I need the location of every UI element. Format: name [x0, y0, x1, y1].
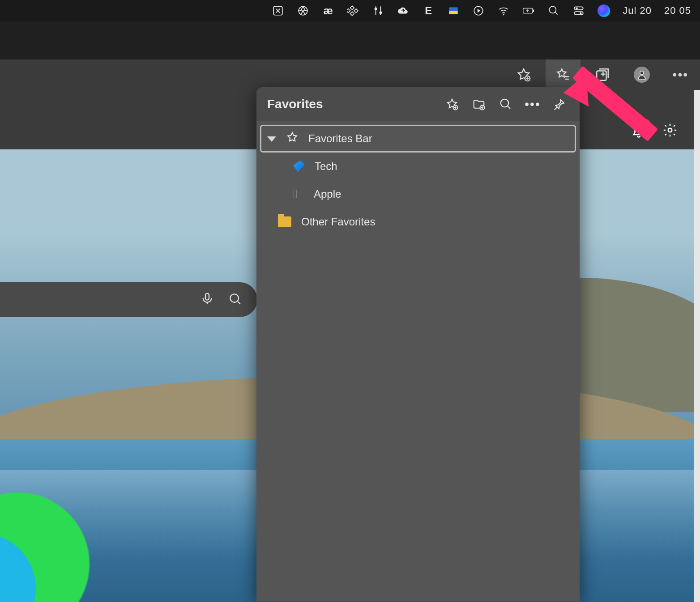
favorites-list: Favorites Bar Tech  Apple Other Favorit…	[256, 121, 580, 239]
favorites-row-label: Tech	[315, 160, 337, 173]
menubar-battery-icon[interactable]	[522, 4, 535, 17]
collections-button[interactable]	[585, 59, 620, 90]
star-list-icon	[555, 67, 571, 82]
menubar-cloud-icon[interactable]	[397, 4, 410, 17]
svg-point-7	[503, 14, 504, 15]
disclosure-triangle-icon	[267, 136, 276, 142]
menubar-date[interactable]: Jul 20	[623, 5, 652, 17]
folder-plus-icon	[472, 98, 486, 111]
gear-icon	[662, 123, 678, 138]
favorites-button[interactable]	[546, 59, 580, 90]
microphone-icon[interactable]	[200, 292, 214, 308]
favorites-search-button[interactable]	[496, 95, 515, 114]
toolbar-more-button[interactable]: •••	[664, 68, 697, 82]
site-icon-apple: 	[293, 188, 304, 200]
svg-rect-12	[574, 12, 583, 14]
favorites-more-button[interactable]: •••	[523, 95, 542, 114]
favorites-row-favorites-bar[interactable]: Favorites Bar	[260, 125, 576, 153]
profile-button[interactable]	[624, 59, 659, 90]
avatar-icon	[634, 67, 650, 83]
svg-point-2	[375, 8, 377, 10]
ntp-search-field[interactable]	[0, 282, 257, 317]
menubar-diamond-icon[interactable]	[347, 4, 359, 17]
svg-rect-11	[574, 7, 583, 9]
add-favorite-button[interactable]	[506, 59, 541, 90]
favorites-add-button[interactable]	[443, 95, 461, 114]
svg-point-14	[580, 12, 581, 14]
menubar-e-icon[interactable]: E	[422, 4, 435, 17]
menubar-siri-icon[interactable]	[598, 4, 610, 17]
menubar-ae-icon[interactable]: æ	[322, 4, 334, 17]
svg-point-23	[501, 99, 509, 107]
svg-point-20	[668, 128, 672, 132]
favorites-panel: Favorites ••• Favorites Bar Tech  Apple	[256, 87, 580, 602]
favorites-panel-title: Favorites	[267, 97, 435, 111]
favorites-row-apple[interactable]:  Apple	[260, 180, 576, 208]
menubar-sliders-icon[interactable]	[372, 4, 384, 17]
svg-rect-5	[449, 11, 458, 14]
menubar-sync-icon[interactable]	[272, 4, 284, 17]
menubar-ua-icon[interactable]	[447, 4, 460, 17]
svg-point-10	[549, 6, 556, 13]
page-right-edge	[694, 90, 700, 602]
notifications-badge: 4	[639, 119, 651, 131]
favorites-row-other[interactable]: Other Favorites	[260, 208, 576, 236]
favorites-row-label: Apple	[314, 188, 341, 200]
menubar-control-center-icon[interactable]	[572, 4, 585, 17]
svg-point-13	[576, 7, 578, 9]
svg-rect-4	[449, 7, 458, 11]
favorites-row-label: Other Favorites	[301, 216, 375, 228]
svg-point-3	[380, 12, 381, 13]
folder-icon	[278, 216, 291, 227]
svg-rect-16	[597, 71, 606, 81]
menubar-wifi-icon[interactable]	[497, 4, 510, 17]
menubar-spotlight-icon[interactable]	[547, 4, 560, 17]
browser-toolbar: •••	[0, 59, 700, 90]
macos-menubar: æ E Jul 20 20 05	[0, 0, 700, 21]
star-plus-icon	[516, 67, 531, 82]
svg-rect-9	[533, 10, 534, 12]
favorites-panel-header: Favorites •••	[256, 87, 580, 121]
pin-icon	[553, 98, 566, 111]
collections-icon	[595, 67, 610, 82]
favorites-add-folder-button[interactable]	[470, 95, 488, 114]
ntp-settings-button[interactable]	[662, 123, 678, 140]
site-icon-tech	[293, 161, 305, 172]
svg-point-19	[230, 294, 239, 302]
menubar-time[interactable]: 20 05	[664, 5, 691, 17]
ntp-top-actions: 4	[631, 123, 678, 140]
browser-tab-strip	[0, 21, 700, 59]
svg-point-17	[640, 71, 644, 75]
favorites-pin-button[interactable]	[550, 95, 569, 114]
favorites-row-tech[interactable]: Tech	[260, 153, 576, 180]
svg-rect-18	[205, 293, 209, 300]
favorites-row-label: Favorites Bar	[308, 132, 372, 145]
notifications-button[interactable]: 4	[631, 123, 646, 140]
menubar-play-icon[interactable]	[472, 4, 485, 17]
lens-search-icon[interactable]	[228, 292, 242, 308]
menubar-aperture-icon[interactable]	[297, 4, 309, 17]
star-plus-icon	[445, 98, 459, 111]
star-outline-icon	[286, 131, 299, 146]
search-icon	[499, 98, 512, 111]
